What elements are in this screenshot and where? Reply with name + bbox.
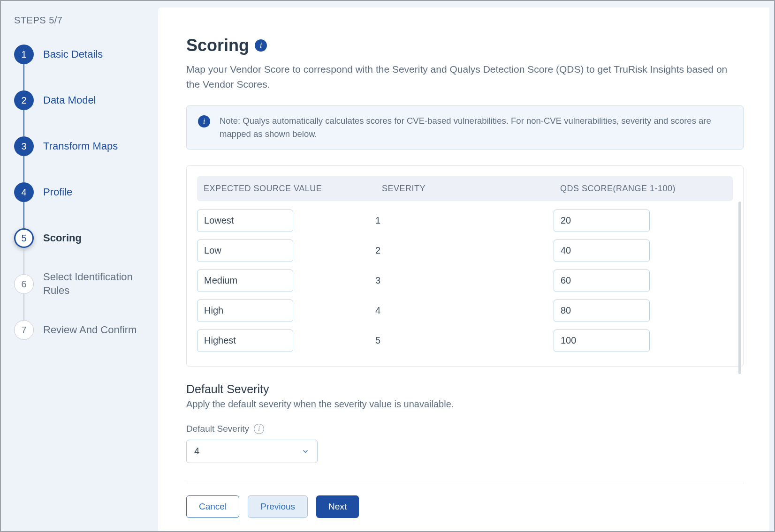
page-title-row: Scoring i	[186, 36, 744, 55]
default-severity-label: Default Severity	[186, 424, 249, 434]
step-7[interactable]: 7Review And Confirm	[14, 320, 149, 340]
default-severity-value: 4	[194, 446, 199, 457]
step-connector	[23, 294, 24, 320]
severity-value: 2	[375, 245, 380, 255]
severity-value: 4	[375, 305, 380, 315]
col-header-qds: QDS SCORE(RANGE 1-100)	[560, 184, 691, 194]
step-number: 2	[14, 90, 34, 110]
source-value-input[interactable]	[197, 330, 293, 352]
wizard-frame: STEPS 5/7 1Basic Details2Data Model3Tran…	[0, 0, 775, 532]
wizard-content: Scoring i Map your Vendor Score to corre…	[158, 7, 769, 531]
col-header-source: EXPECTED SOURCE VALUE	[204, 184, 382, 194]
step-label: Profile	[43, 186, 72, 199]
table-row: 1	[197, 206, 733, 236]
previous-button[interactable]: Previous	[248, 495, 308, 518]
step-number: 5	[14, 228, 34, 248]
source-value-input[interactable]	[197, 210, 293, 232]
wizard-sidebar: STEPS 5/7 1Basic Details2Data Model3Tran…	[1, 1, 158, 531]
step-3[interactable]: 3Transform Maps	[14, 136, 149, 156]
step-2[interactable]: 2Data Model	[14, 90, 149, 110]
scrollbar[interactable]	[738, 202, 741, 374]
step-label: Basic Details	[43, 48, 103, 61]
step-number: 7	[14, 320, 34, 340]
severity-value: 1	[375, 215, 380, 225]
step-label: Data Model	[43, 94, 96, 107]
cancel-button[interactable]: Cancel	[186, 495, 239, 518]
info-icon[interactable]: i	[255, 39, 267, 52]
default-severity-title: Default Severity	[186, 382, 744, 396]
col-header-severity: SEVERITY	[382, 184, 560, 194]
default-severity-desc: Apply the default severity when the seve…	[186, 399, 744, 410]
step-4[interactable]: 4Profile	[14, 182, 149, 202]
qds-score-input[interactable]	[554, 210, 650, 232]
table-row: 4	[197, 296, 733, 326]
step-connector	[23, 156, 24, 182]
step-connector	[23, 64, 24, 90]
info-icon[interactable]: i	[254, 424, 264, 434]
table-row: 3	[197, 266, 733, 296]
step-connector	[23, 248, 24, 274]
info-icon: i	[198, 115, 210, 127]
default-severity-select[interactable]: 4	[186, 440, 318, 463]
step-label: Transform Maps	[43, 140, 118, 153]
wizard-footer: Cancel Previous Next	[186, 495, 744, 518]
step-5[interactable]: 5Scoring	[14, 228, 149, 248]
step-label: Review And Confirm	[43, 323, 137, 337]
step-1[interactable]: 1Basic Details	[14, 45, 149, 64]
step-connector	[23, 110, 24, 136]
note-box: i Note: Qualys automatically calculates …	[186, 105, 744, 150]
next-button[interactable]: Next	[316, 495, 359, 518]
step-6[interactable]: 6Select Identification Rules	[14, 274, 149, 294]
page-description: Map your Vendor Score to correspond with…	[186, 62, 744, 91]
divider	[186, 483, 744, 483]
table-row: 5	[197, 326, 733, 356]
note-text: Note: Qualys automatically calculates sc…	[220, 114, 732, 141]
default-severity-label-row: Default Severity i	[186, 424, 744, 434]
qds-score-input[interactable]	[554, 330, 650, 352]
scoring-table: EXPECTED SOURCE VALUE SEVERITY QDS SCORE…	[186, 165, 744, 367]
steps-count: STEPS 5/7	[14, 15, 149, 26]
qds-score-input[interactable]	[554, 270, 650, 292]
step-label: Select Identification Rules	[43, 270, 149, 297]
page-title: Scoring	[186, 36, 249, 55]
steps-list: 1Basic Details2Data Model3Transform Maps…	[14, 45, 149, 340]
severity-value: 3	[375, 275, 380, 285]
step-number: 3	[14, 136, 34, 156]
severity-value: 5	[375, 335, 380, 345]
chevron-down-icon	[301, 447, 310, 456]
step-number: 1	[14, 45, 34, 64]
step-number: 4	[14, 182, 34, 202]
table-header: EXPECTED SOURCE VALUE SEVERITY QDS SCORE…	[197, 176, 733, 201]
step-connector	[23, 202, 24, 228]
qds-score-input[interactable]	[554, 300, 650, 322]
step-number: 6	[14, 274, 34, 294]
table-row: 2	[197, 236, 733, 266]
source-value-input[interactable]	[197, 270, 293, 292]
source-value-input[interactable]	[197, 240, 293, 262]
source-value-input[interactable]	[197, 300, 293, 322]
step-label: Scoring	[43, 232, 82, 245]
qds-score-input[interactable]	[554, 240, 650, 262]
